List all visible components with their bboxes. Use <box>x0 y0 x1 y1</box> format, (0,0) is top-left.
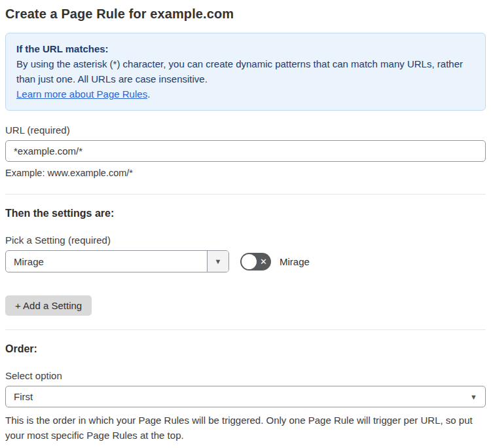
url-field-label: URL (required) <box>5 124 486 136</box>
setting-dropdown[interactable]: Mirage ▼ <box>5 250 229 272</box>
divider <box>5 329 486 330</box>
page-title: Create a Page Rule for example.com <box>5 7 486 22</box>
url-match-info-box: If the URL matches: By using the asteris… <box>5 33 486 111</box>
page-rule-form: Create a Page Rule for example.com If th… <box>0 0 491 448</box>
add-setting-button[interactable]: + Add a Setting <box>5 295 92 316</box>
settings-section-heading: Then the settings are: <box>5 208 486 219</box>
mirage-toggle[interactable]: ✕ <box>240 253 271 271</box>
order-helper-text: This is the order in which your Page Rul… <box>5 413 486 443</box>
setting-row: Mirage ▼ ✕ Mirage <box>5 250 486 272</box>
setting-dropdown-value: Mirage <box>6 251 207 272</box>
pick-setting-label: Pick a Setting (required) <box>5 234 486 246</box>
info-box-heading: If the URL matches: <box>16 41 475 56</box>
order-select-label: Select option <box>5 370 486 381</box>
info-box-body: By using the asterisk (*) character, you… <box>16 56 475 86</box>
link-suffix: . <box>147 88 150 100</box>
x-icon: ✕ <box>260 257 267 266</box>
url-field-helper: Example: www.example.com/* <box>5 166 486 180</box>
learn-more-link[interactable]: Learn more about Page Rules <box>16 88 147 100</box>
divider <box>5 194 486 195</box>
toggle-label: Mirage <box>280 256 310 267</box>
chevron-down-icon[interactable]: ▼ <box>207 251 228 272</box>
url-input[interactable] <box>5 140 486 162</box>
info-box-link-line: Learn more about Page Rules. <box>16 86 475 102</box>
order-section-heading: Order: <box>5 343 486 355</box>
order-select[interactable]: First ▼ <box>5 386 486 407</box>
order-select-value: First <box>14 391 470 402</box>
chevron-down-icon: ▼ <box>470 393 477 401</box>
toggle-knob <box>242 254 257 269</box>
